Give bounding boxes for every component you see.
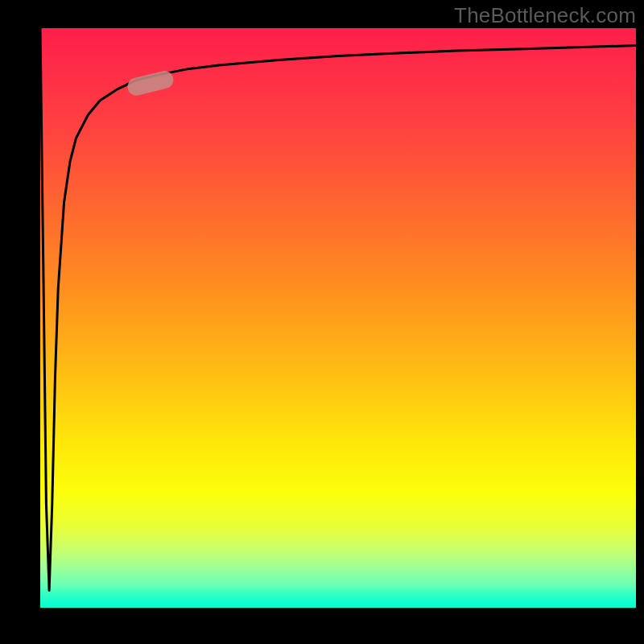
watermark-text: TheBottleneck.com: [454, 3, 636, 28]
highlight-chip: [126, 69, 175, 97]
chart-frame: TheBottleneck.com: [0, 0, 644, 644]
plot-area: [40, 28, 636, 608]
highlight-overlay: [40, 28, 636, 608]
